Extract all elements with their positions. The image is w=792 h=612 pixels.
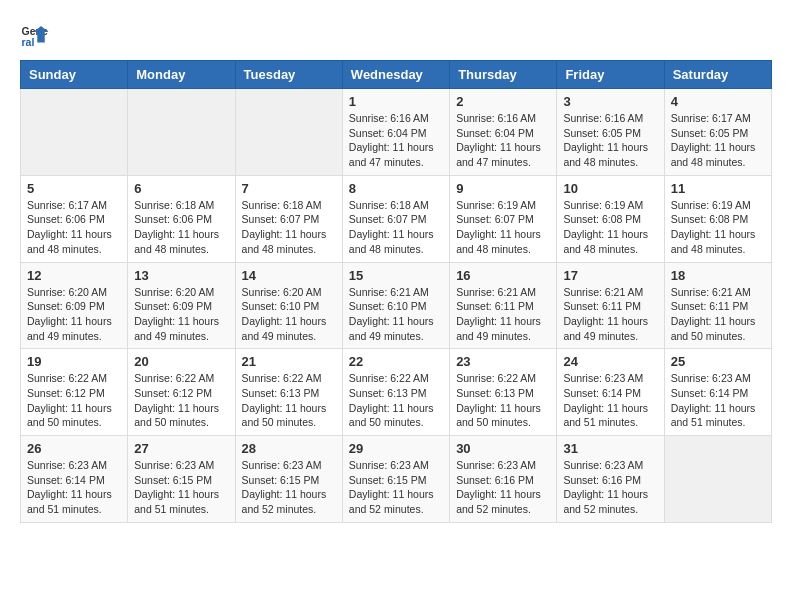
day-info: Sunrise: 6:19 AM Sunset: 6:08 PM Dayligh… bbox=[563, 198, 657, 257]
day-info: Sunrise: 6:19 AM Sunset: 6:07 PM Dayligh… bbox=[456, 198, 550, 257]
day-info: Sunrise: 6:23 AM Sunset: 6:14 PM Dayligh… bbox=[563, 371, 657, 430]
day-info: Sunrise: 6:22 AM Sunset: 6:12 PM Dayligh… bbox=[134, 371, 228, 430]
day-number: 26 bbox=[27, 441, 121, 456]
calendar-cell: 23Sunrise: 6:22 AM Sunset: 6:13 PM Dayli… bbox=[450, 349, 557, 436]
day-number: 13 bbox=[134, 268, 228, 283]
day-number: 11 bbox=[671, 181, 765, 196]
day-number: 25 bbox=[671, 354, 765, 369]
day-info: Sunrise: 6:23 AM Sunset: 6:14 PM Dayligh… bbox=[671, 371, 765, 430]
calendar-cell: 5Sunrise: 6:17 AM Sunset: 6:06 PM Daylig… bbox=[21, 175, 128, 262]
day-number: 23 bbox=[456, 354, 550, 369]
day-number: 4 bbox=[671, 94, 765, 109]
day-number: 9 bbox=[456, 181, 550, 196]
calendar-cell bbox=[235, 89, 342, 176]
day-number: 2 bbox=[456, 94, 550, 109]
calendar-cell: 4Sunrise: 6:17 AM Sunset: 6:05 PM Daylig… bbox=[664, 89, 771, 176]
day-info: Sunrise: 6:16 AM Sunset: 6:04 PM Dayligh… bbox=[349, 111, 443, 170]
calendar-cell: 9Sunrise: 6:19 AM Sunset: 6:07 PM Daylig… bbox=[450, 175, 557, 262]
day-info: Sunrise: 6:22 AM Sunset: 6:13 PM Dayligh… bbox=[456, 371, 550, 430]
day-info: Sunrise: 6:23 AM Sunset: 6:16 PM Dayligh… bbox=[456, 458, 550, 517]
day-info: Sunrise: 6:23 AM Sunset: 6:15 PM Dayligh… bbox=[242, 458, 336, 517]
calendar-cell: 3Sunrise: 6:16 AM Sunset: 6:05 PM Daylig… bbox=[557, 89, 664, 176]
calendar-cell: 18Sunrise: 6:21 AM Sunset: 6:11 PM Dayli… bbox=[664, 262, 771, 349]
day-info: Sunrise: 6:19 AM Sunset: 6:08 PM Dayligh… bbox=[671, 198, 765, 257]
day-info: Sunrise: 6:22 AM Sunset: 6:13 PM Dayligh… bbox=[349, 371, 443, 430]
weekday-header-friday: Friday bbox=[557, 61, 664, 89]
calendar-cell: 16Sunrise: 6:21 AM Sunset: 6:11 PM Dayli… bbox=[450, 262, 557, 349]
day-info: Sunrise: 6:16 AM Sunset: 6:04 PM Dayligh… bbox=[456, 111, 550, 170]
day-number: 10 bbox=[563, 181, 657, 196]
day-number: 6 bbox=[134, 181, 228, 196]
weekday-header-sunday: Sunday bbox=[21, 61, 128, 89]
day-number: 1 bbox=[349, 94, 443, 109]
calendar-cell: 2Sunrise: 6:16 AM Sunset: 6:04 PM Daylig… bbox=[450, 89, 557, 176]
svg-text:ral: ral bbox=[22, 36, 35, 48]
calendar-cell: 1Sunrise: 6:16 AM Sunset: 6:04 PM Daylig… bbox=[342, 89, 449, 176]
day-info: Sunrise: 6:17 AM Sunset: 6:06 PM Dayligh… bbox=[27, 198, 121, 257]
calendar-week-row: 1Sunrise: 6:16 AM Sunset: 6:04 PM Daylig… bbox=[21, 89, 772, 176]
calendar-cell: 11Sunrise: 6:19 AM Sunset: 6:08 PM Dayli… bbox=[664, 175, 771, 262]
calendar-table: SundayMondayTuesdayWednesdayThursdayFrid… bbox=[20, 60, 772, 523]
calendar-week-row: 5Sunrise: 6:17 AM Sunset: 6:06 PM Daylig… bbox=[21, 175, 772, 262]
day-number: 21 bbox=[242, 354, 336, 369]
day-number: 15 bbox=[349, 268, 443, 283]
logo: Gene ral bbox=[20, 20, 54, 50]
calendar-cell: 30Sunrise: 6:23 AM Sunset: 6:16 PM Dayli… bbox=[450, 436, 557, 523]
day-info: Sunrise: 6:23 AM Sunset: 6:14 PM Dayligh… bbox=[27, 458, 121, 517]
day-number: 12 bbox=[27, 268, 121, 283]
calendar-cell bbox=[128, 89, 235, 176]
calendar-cell: 14Sunrise: 6:20 AM Sunset: 6:10 PM Dayli… bbox=[235, 262, 342, 349]
day-number: 8 bbox=[349, 181, 443, 196]
day-info: Sunrise: 6:18 AM Sunset: 6:06 PM Dayligh… bbox=[134, 198, 228, 257]
day-number: 24 bbox=[563, 354, 657, 369]
calendar-cell: 31Sunrise: 6:23 AM Sunset: 6:16 PM Dayli… bbox=[557, 436, 664, 523]
day-number: 29 bbox=[349, 441, 443, 456]
header: Gene ral bbox=[20, 20, 772, 50]
calendar-cell: 21Sunrise: 6:22 AM Sunset: 6:13 PM Dayli… bbox=[235, 349, 342, 436]
calendar-cell: 19Sunrise: 6:22 AM Sunset: 6:12 PM Dayli… bbox=[21, 349, 128, 436]
calendar-cell: 26Sunrise: 6:23 AM Sunset: 6:14 PM Dayli… bbox=[21, 436, 128, 523]
day-info: Sunrise: 6:22 AM Sunset: 6:13 PM Dayligh… bbox=[242, 371, 336, 430]
weekday-header-wednesday: Wednesday bbox=[342, 61, 449, 89]
day-info: Sunrise: 6:16 AM Sunset: 6:05 PM Dayligh… bbox=[563, 111, 657, 170]
day-number: 16 bbox=[456, 268, 550, 283]
day-info: Sunrise: 6:21 AM Sunset: 6:11 PM Dayligh… bbox=[563, 285, 657, 344]
calendar-cell: 6Sunrise: 6:18 AM Sunset: 6:06 PM Daylig… bbox=[128, 175, 235, 262]
day-number: 28 bbox=[242, 441, 336, 456]
day-info: Sunrise: 6:23 AM Sunset: 6:16 PM Dayligh… bbox=[563, 458, 657, 517]
calendar-week-row: 12Sunrise: 6:20 AM Sunset: 6:09 PM Dayli… bbox=[21, 262, 772, 349]
day-number: 17 bbox=[563, 268, 657, 283]
day-number: 7 bbox=[242, 181, 336, 196]
calendar-header-row: SundayMondayTuesdayWednesdayThursdayFrid… bbox=[21, 61, 772, 89]
calendar-cell: 7Sunrise: 6:18 AM Sunset: 6:07 PM Daylig… bbox=[235, 175, 342, 262]
day-info: Sunrise: 6:21 AM Sunset: 6:10 PM Dayligh… bbox=[349, 285, 443, 344]
calendar-cell: 25Sunrise: 6:23 AM Sunset: 6:14 PM Dayli… bbox=[664, 349, 771, 436]
calendar-cell: 28Sunrise: 6:23 AM Sunset: 6:15 PM Dayli… bbox=[235, 436, 342, 523]
calendar-cell: 15Sunrise: 6:21 AM Sunset: 6:10 PM Dayli… bbox=[342, 262, 449, 349]
day-info: Sunrise: 6:21 AM Sunset: 6:11 PM Dayligh… bbox=[671, 285, 765, 344]
logo-icon: Gene ral bbox=[20, 20, 50, 50]
day-number: 30 bbox=[456, 441, 550, 456]
day-number: 31 bbox=[563, 441, 657, 456]
day-number: 18 bbox=[671, 268, 765, 283]
day-info: Sunrise: 6:23 AM Sunset: 6:15 PM Dayligh… bbox=[349, 458, 443, 517]
calendar-week-row: 26Sunrise: 6:23 AM Sunset: 6:14 PM Dayli… bbox=[21, 436, 772, 523]
calendar-cell: 17Sunrise: 6:21 AM Sunset: 6:11 PM Dayli… bbox=[557, 262, 664, 349]
weekday-header-thursday: Thursday bbox=[450, 61, 557, 89]
calendar-cell: 13Sunrise: 6:20 AM Sunset: 6:09 PM Dayli… bbox=[128, 262, 235, 349]
calendar-cell: 8Sunrise: 6:18 AM Sunset: 6:07 PM Daylig… bbox=[342, 175, 449, 262]
calendar-cell: 24Sunrise: 6:23 AM Sunset: 6:14 PM Dayli… bbox=[557, 349, 664, 436]
day-info: Sunrise: 6:20 AM Sunset: 6:09 PM Dayligh… bbox=[27, 285, 121, 344]
calendar-cell: 29Sunrise: 6:23 AM Sunset: 6:15 PM Dayli… bbox=[342, 436, 449, 523]
calendar-cell bbox=[21, 89, 128, 176]
day-info: Sunrise: 6:20 AM Sunset: 6:10 PM Dayligh… bbox=[242, 285, 336, 344]
day-info: Sunrise: 6:18 AM Sunset: 6:07 PM Dayligh… bbox=[242, 198, 336, 257]
calendar-week-row: 19Sunrise: 6:22 AM Sunset: 6:12 PM Dayli… bbox=[21, 349, 772, 436]
day-number: 27 bbox=[134, 441, 228, 456]
calendar-cell: 10Sunrise: 6:19 AM Sunset: 6:08 PM Dayli… bbox=[557, 175, 664, 262]
day-info: Sunrise: 6:20 AM Sunset: 6:09 PM Dayligh… bbox=[134, 285, 228, 344]
day-info: Sunrise: 6:17 AM Sunset: 6:05 PM Dayligh… bbox=[671, 111, 765, 170]
day-number: 22 bbox=[349, 354, 443, 369]
weekday-header-monday: Monday bbox=[128, 61, 235, 89]
calendar-cell: 27Sunrise: 6:23 AM Sunset: 6:15 PM Dayli… bbox=[128, 436, 235, 523]
